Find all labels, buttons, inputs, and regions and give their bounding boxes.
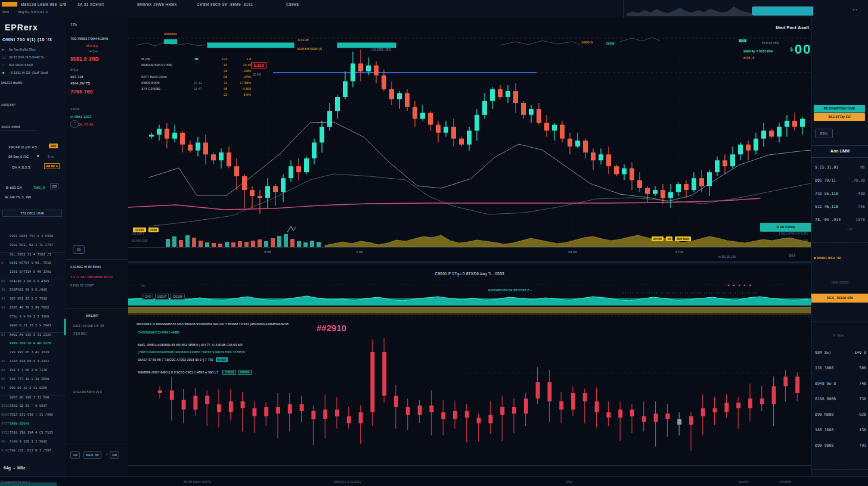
status-item: 9PM99	[780, 480, 791, 484]
lower-badge[interactable]: O9959	[222, 370, 236, 375]
menu-item[interactable]: C9'8M 93C9 39' :89M9 .3191	[197, 2, 253, 7]
table-row[interactable]: 91191 3 ( 80 2 6 7170	[0, 368, 66, 377]
detail-row: 550.83)	[86, 44, 98, 48]
menu-item[interactable]: 3A 31 #C9/9X	[78, 2, 104, 7]
legend-cell: M9MAM-5MUY2 8W)	[141, 63, 194, 67]
chart-action-button[interactable]: B 98 #9999	[760, 223, 811, 232]
ladder-cell: 740	[859, 381, 866, 386]
table-row[interactable]: 729 997 85 3 41 2319	[0, 350, 66, 359]
quote-row-3[interactable]: QV A JL3.3,	[12, 166, 31, 169]
table-row[interactable]: 39D39P981 39 9 8./098	[0, 288, 66, 297]
quote-row-4[interactable]: 8: b03 GA	[6, 186, 22, 189]
sidebar-menu-item[interactable]: ○893 98AN 639(8	[2, 63, 33, 70]
table-row[interactable]: 931895 46 70 5 99 7882	[0, 306, 66, 314]
row-text: 9063 98 998 3 31 590	[10, 395, 49, 399]
table-row[interactable]: C79L 9 9 89 2 3 3180	[0, 314, 66, 323]
highlighted-order-row[interactable]: REA_70110 42V	[811, 294, 868, 303]
orderbook-level-row[interactable]: 731 55,110480	[815, 191, 865, 196]
detail-note: [73]8 [80]	[73, 332, 86, 335]
table-row[interactable]: 89987313 931-930 ( 31 /998	[0, 413, 66, 422]
table-row[interactable]: 93909 09 39 2 91 8256	[0, 386, 66, 395]
detail-tab[interactable]: 17b	[70, 23, 77, 27]
orderbook-level-row[interactable]: 511 46,110756	[815, 204, 865, 209]
ladder-row[interactable]: 138 3008500	[815, 366, 866, 370]
panel-button[interactable]: GR	[70, 451, 80, 459]
legend-cell: 11	[212, 81, 227, 85]
table-row[interactable]: 98948 777 19 9 39 2890	[0, 377, 66, 386]
ladder-row[interactable]: D90 N008O20	[815, 412, 866, 417]
legend-row: 09809 84M914 121117.58%	[141, 80, 251, 86]
mini-box-button[interactable]: EEN	[815, 129, 833, 138]
table-row[interactable]: 983(09 9 188 1 3 5092	[0, 440, 66, 448]
table-row[interactable]: 39, 5882 33 4 7382 /3	[0, 252, 66, 261]
ladder-row[interactable]: 98M 8w}£40 ⚙	[815, 350, 866, 355]
ladder-row[interactable]: 168 1008130	[815, 428, 866, 432]
menu-item[interactable]: C8998	[286, 2, 299, 7]
strip-tab[interactable]: C4V	[142, 294, 153, 300]
teal-indicator-bar[interactable]	[752, 7, 813, 15]
table-row[interactable]: 61934/90 2 98 9 8.4399	[0, 279, 66, 288]
legend-cell: 14 12	[194, 81, 212, 85]
table-row[interactable]: 491118 934 89 9 3-3191	[0, 359, 66, 368]
table-row[interactable]: ⊕9831 6C784 9 95, 7815	[0, 261, 66, 270]
volume-badge[interactable]: U243A	[133, 228, 146, 232]
lower-badge[interactable]: M9999	[238, 370, 252, 375]
x-axis-label: 5:58	[264, 250, 271, 254]
lower-text-4: (79837 9 M4339 6A8/59981 W938318-9 99887…	[138, 350, 245, 354]
strip-tab[interactable]: O0008	[170, 294, 184, 300]
square-check-icon: ■	[2, 71, 9, 74]
table-header[interactable]: 772 D811 UNE	[2, 210, 62, 217]
window-dots[interactable]: * *	[853, 8, 857, 13]
table-row[interactable]: C991 U983 79? 9 3 5319	[0, 234, 66, 243]
menu-item[interactable]: U/8	[60, 2, 66, 7]
table-row[interactable]: 97375A99 839/9	[0, 422, 66, 431]
lower-text-2: C489 989M8'C33 A998 } 48998	[138, 331, 179, 334]
table-row[interactable]: 9098 8.31 35 2 9 7903	[0, 323, 66, 332]
status-item: konW-	[739, 480, 749, 484]
sell-button[interactable]: 36.1.6T73y EO	[814, 113, 865, 121]
table-row[interactable]: 41905 981 23 9 2 7592	[0, 297, 66, 306]
table-row[interactable]: 1391 9/7319 8 49 3391	[0, 270, 66, 279]
panel-button[interactable]: REM JW	[83, 451, 101, 459]
table-row[interactable]: 93137310 310 19A 4 C3 7183	[0, 431, 66, 440]
strip-tab[interactable]: U8EAT	[155, 294, 169, 300]
orderbook-level-row[interactable]: 9.15.31.01M6	[815, 165, 865, 170]
sidebar-menu-item[interactable]: ▢39 83 0X9 J9 5-9X48 5n	[2, 55, 44, 62]
quote-row-5[interactable]: W ,N9 75, 3, 9W	[5, 195, 31, 199]
menu-item[interactable]: M89133 L9M9-989	[21, 2, 57, 7]
volume-badge[interactable]: B9#4999	[675, 236, 690, 241]
volume-badge[interactable]: 19	[666, 236, 673, 241]
lower-badge-1[interactable]: B4999	[216, 357, 228, 362]
quote-row-1[interactable]: X9CAP (6 y31 A 5	[8, 145, 37, 149]
row-tag: 91	[1, 368, 5, 372]
ladder-row[interactable]: 8108 9008730	[815, 397, 866, 401]
table-row[interactable]: 990% 760 38 A 40 5370	[0, 341, 66, 350]
table-row[interactable]: 9L92 891, 92 3 7L 1737	[0, 243, 66, 252]
ladder-row[interactable]: D90 9008791	[815, 443, 866, 448]
teal-pill	[164, 39, 177, 44]
table-row[interactable]: 93188382 92 59 ' 9 9697	[0, 404, 66, 413]
table-row[interactable]: 9063 98 998 3 31 590	[0, 395, 66, 404]
table-row[interactable]: 83A092 A% 935 8 31 2325	[0, 332, 66, 342]
alert-badge[interactable]: E123	[251, 62, 266, 68]
volume-badge[interactable]: 7099	[148, 228, 159, 232]
row-text: 909 09 39 2 91 8256	[10, 386, 47, 390]
panel-button[interactable]: GR	[110, 451, 119, 459]
clock-icon[interactable]: ◔	[70, 120, 79, 128]
chart-area[interactable]: 999M99 A 9L38 990M348 539M (3| A988 9 58…	[128, 18, 811, 476]
buy-button[interactable]: EN ENARTONY XVB	[814, 105, 865, 113]
detail-note: M81JM?	[86, 314, 98, 317]
sidebar-menu-item[interactable]: ▸6a 7am9w9d 59py	[2, 48, 36, 54]
quote-row-2[interactable]: 08 9an 0 /3C	[8, 155, 29, 158]
badge-icon[interactable]: 99	[73, 245, 85, 254]
orange-order-row[interactable]: ■ 95001 03-0 '40	[814, 256, 841, 260]
menu-item[interactable]: 9M9/9X J9W9 HM9X	[137, 2, 177, 7]
ladder-row[interactable]: 8948 9w 8740	[815, 381, 866, 386]
orderbook-level-row[interactable]: 78. 03 .9131970	[815, 217, 865, 222]
table-row[interactable]: 9.98599 (81. 813 9 3 /397	[0, 448, 66, 457]
sidebar-menu-item[interactable]: ■~9 5391 W D9~(9w8' 9an8	[2, 71, 48, 77]
orderbook-level-row[interactable]: D01 78/11.70.30	[815, 178, 865, 183]
quote-orange-box: 9M.NE A	[44, 163, 60, 169]
level-cell: 480	[858, 191, 865, 196]
volume-badge[interactable]: 9#499	[652, 236, 664, 241]
